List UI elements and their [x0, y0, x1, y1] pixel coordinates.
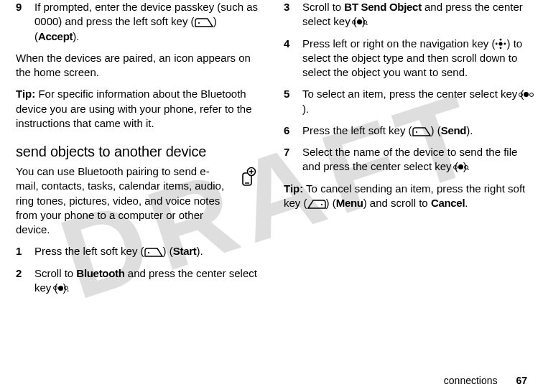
text: ) (: [163, 245, 173, 257]
text: Press the left soft key (: [302, 124, 412, 136]
step-text: Scroll to Bluetooth and press the center…: [34, 266, 262, 296]
step-number: 3: [284, 0, 294, 29]
tip-label: Tip:: [16, 88, 35, 100]
step-text: Press the left soft key () (Send).: [302, 123, 530, 138]
step-5: 5 To select an item, press the center se…: [284, 87, 530, 116]
accept-label: Accept: [38, 30, 73, 42]
intro-text: You can use Bluetooth pairing to send e-…: [16, 165, 224, 235]
step-2: 2 Scroll to Bluetooth and press the cent…: [16, 266, 262, 296]
step-number: 2: [16, 266, 26, 296]
step-text: If prompted, enter the device passkey (s…: [34, 0, 262, 44]
tip-label: Tip:: [284, 182, 303, 195]
text: If prompted, enter the device passkey (s…: [34, 1, 258, 27]
text: Select the name of the device to send th…: [302, 146, 517, 172]
menu-label: Menu: [336, 197, 363, 209]
step-number: 1: [16, 244, 26, 258]
left-soft-key-icon: [144, 248, 163, 257]
step-3: 3 Scroll to BT Send Object and press the…: [284, 0, 530, 29]
page-container: 9 If prompted, enter the device passkey …: [0, 0, 543, 392]
text: .: [465, 197, 468, 209]
text: To select an item, press the center sele…: [302, 88, 524, 100]
step-text: Select the name of the device to send th…: [302, 145, 530, 174]
left-column: 9 If prompted, enter the device passkey …: [16, 0, 262, 385]
step-text: To select an item, press the center sele…: [302, 87, 530, 116]
bt-send-object-label: BT Send Object: [344, 1, 421, 13]
tip-paragraph-right: Tip: To cancel sending an item, press th…: [284, 182, 530, 211]
svg-point-7: [499, 42, 503, 45]
bluetooth-label: Bluetooth: [76, 267, 124, 279]
left-soft-key-icon: [412, 127, 431, 136]
center-select-key-icon: [458, 164, 463, 169]
text: ) (: [326, 197, 336, 209]
step-7: 7 Select the name of the device to send …: [284, 145, 530, 174]
svg-point-13: [320, 204, 322, 205]
step-text: Scroll to BT Send Object and press the c…: [302, 0, 530, 29]
text: Press the left soft key (: [34, 245, 144, 257]
text: Scroll to: [34, 267, 76, 279]
navigation-key-icon: [495, 38, 506, 50]
footer-section: connections: [444, 375, 498, 386]
svg-point-10: [500, 38, 502, 40]
text: Press left or right on the navigation ke…: [302, 37, 495, 50]
text: ).: [196, 245, 203, 257]
center-select-key-icon: [58, 286, 63, 291]
step-number: 6: [284, 123, 294, 138]
page-footer: connections 67: [444, 375, 527, 386]
step-number: 4: [284, 37, 294, 80]
intro-paragraph: You can use Bluetooth pairing to send e-…: [16, 164, 262, 237]
paired-paragraph: When the devices are paired, an icon app…: [16, 51, 262, 80]
cancel-label: Cancel: [431, 197, 465, 209]
step-text: Press the left soft key () (Start).: [34, 244, 262, 258]
center-select-key-icon: [357, 19, 362, 24]
right-column: 3 Scroll to BT Send Object and press the…: [284, 0, 530, 385]
text: ).: [302, 103, 309, 115]
bluetooth-device-icon: [236, 166, 258, 187]
text: ) and scroll to: [363, 197, 431, 209]
right-soft-key-icon: [307, 200, 326, 209]
step-number: 9: [16, 0, 26, 44]
svg-point-8: [496, 42, 498, 45]
page-number: 67: [516, 375, 527, 386]
section-heading: send objects to another device: [16, 144, 262, 160]
tip-text: For specific information about the Bluet…: [16, 88, 252, 129]
text: ).: [466, 124, 473, 136]
left-soft-key-icon: [195, 18, 213, 27]
tip-paragraph: Tip: For specific information about the …: [16, 87, 262, 131]
svg-point-12: [415, 131, 417, 133]
send-label: Send: [441, 124, 466, 136]
step-number: 5: [284, 87, 294, 116]
text: ).: [73, 30, 79, 42]
svg-point-11: [500, 47, 502, 49]
text: Scroll to: [302, 1, 344, 13]
svg-point-0: [198, 22, 200, 24]
step-9: 9 If prompted, enter the device passkey …: [16, 0, 262, 44]
step-number: 7: [284, 145, 294, 174]
step-4: 4 Press left or right on the navigation …: [284, 37, 530, 80]
text: ) (: [431, 124, 441, 136]
step-text: Press left or right on the navigation ke…: [302, 37, 530, 80]
svg-point-6: [147, 252, 149, 253]
start-label: Start: [173, 245, 197, 257]
center-select-key-icon: [524, 92, 529, 97]
step-6: 6 Press the left soft key () (Send).: [284, 123, 530, 138]
step-1: 1 Press the left soft key () (Start).: [16, 244, 262, 258]
